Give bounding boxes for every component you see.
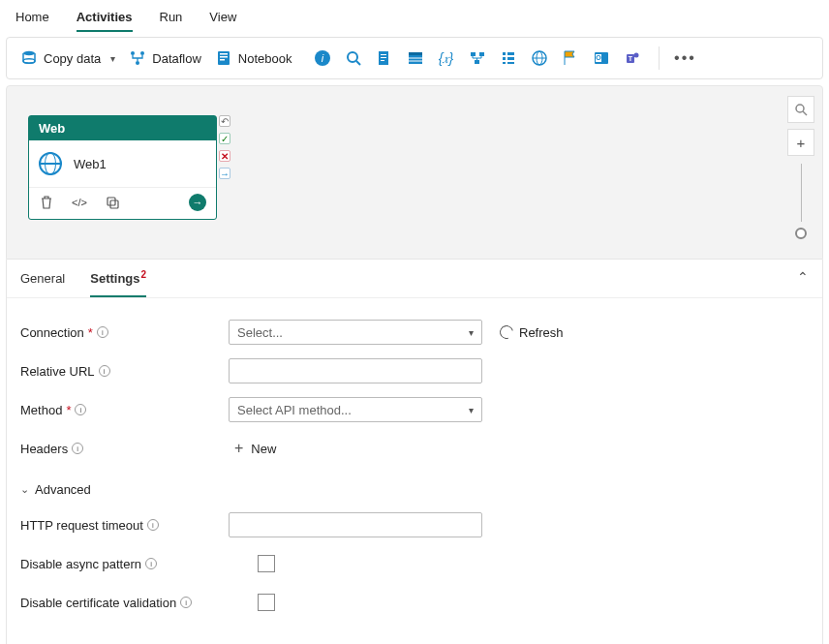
svg-rect-6 <box>220 53 228 55</box>
tab-settings[interactable]: Settings2 <box>90 269 146 297</box>
collapse-panel-icon[interactable]: ⌃ <box>797 269 809 285</box>
database-icon <box>20 49 38 67</box>
svg-point-1 <box>23 59 35 63</box>
toolbar: Copy data ▾ Dataflow Notebook i {𝑥} O <box>6 37 823 79</box>
advanced-section-toggle[interactable]: ⌄ Advanced <box>20 482 809 497</box>
svg-rect-28 <box>503 62 506 64</box>
tab-settings-badge: 2 <box>141 269 147 280</box>
zoom-in-icon[interactable]: + <box>787 129 814 156</box>
add-header-button[interactable]: + New <box>229 440 276 457</box>
activity-ports: ↶ ✓ ✕ → <box>218 115 231 179</box>
refresh-icon <box>497 323 515 342</box>
method-placeholder: Select API method... <box>237 403 352 417</box>
relative-url-label: Relative URL <box>20 364 95 379</box>
info-icon[interactable]: i <box>99 365 110 377</box>
info-icon[interactable]: i <box>72 443 83 454</box>
canvas-tools: + <box>787 96 814 239</box>
copy-data-label: Copy data <box>44 51 101 66</box>
tab-settings-label: Settings <box>90 271 139 286</box>
svg-rect-16 <box>381 60 384 61</box>
delete-icon[interactable] <box>39 195 54 210</box>
dataflow-button[interactable]: Dataflow <box>129 49 201 67</box>
tab-general[interactable]: General <box>20 271 65 295</box>
canvas-search-icon[interactable] <box>787 96 814 123</box>
svg-rect-24 <box>503 52 506 55</box>
svg-point-11 <box>348 52 357 62</box>
refresh-button[interactable]: Refresh <box>500 325 564 340</box>
script-icon[interactable] <box>376 49 393 67</box>
run-icon[interactable]: → <box>189 194 206 211</box>
svg-rect-40 <box>110 200 118 208</box>
info-icon[interactable]: i <box>145 558 157 569</box>
table-icon[interactable] <box>407 49 424 67</box>
svg-rect-18 <box>409 52 422 55</box>
svg-rect-23 <box>475 60 479 64</box>
svg-point-41 <box>796 105 804 112</box>
advanced-label: Advanced <box>35 482 91 497</box>
svg-rect-15 <box>381 57 386 58</box>
teams-icon[interactable]: T <box>624 49 641 67</box>
chevron-down-icon: ▾ <box>469 405 474 415</box>
completion-port-icon[interactable]: → <box>219 168 230 179</box>
svg-rect-14 <box>381 54 386 55</box>
menu-view[interactable]: View <box>209 6 236 32</box>
zoom-slider-knob[interactable] <box>795 228 807 239</box>
failure-port-icon[interactable]: ✕ <box>219 150 230 162</box>
disable-cert-checkbox[interactable] <box>258 594 275 611</box>
info-circle-icon[interactable]: i <box>314 49 331 67</box>
copy-data-button[interactable]: Copy data ▾ <box>20 49 115 67</box>
search-icon[interactable] <box>345 49 362 67</box>
settings-form: Connection * i Select... ▾ Refresh Relat… <box>7 298 822 644</box>
dataflow-icon <box>129 49 146 67</box>
more-icon[interactable]: ••• <box>677 49 694 67</box>
menu-home[interactable]: Home <box>15 6 49 32</box>
svg-rect-21 <box>471 52 476 56</box>
notebook-label: Notebook <box>238 51 292 66</box>
svg-point-3 <box>140 51 144 55</box>
menubar: Home Activities Run View <box>0 0 829 33</box>
svg-rect-7 <box>220 56 228 58</box>
timeout-input[interactable] <box>229 512 482 537</box>
chevron-down-icon: ⌄ <box>20 483 29 496</box>
variable-icon[interactable]: {𝑥} <box>438 49 455 67</box>
disable-async-checkbox[interactable] <box>258 555 275 572</box>
info-icon[interactable]: i <box>180 597 192 608</box>
disable-cert-label: Disable certificate validation <box>20 596 176 610</box>
svg-line-12 <box>356 61 360 65</box>
undo-port-icon[interactable]: ↶ <box>219 115 230 127</box>
notebook-button[interactable]: Notebook <box>215 49 292 67</box>
svg-text:O: O <box>596 54 601 61</box>
outlook-icon[interactable]: O <box>593 49 610 67</box>
properties-tabs: General Settings2 ⌃ <box>7 260 822 298</box>
dataflow-label: Dataflow <box>152 51 201 66</box>
info-icon[interactable]: i <box>97 326 108 338</box>
svg-rect-29 <box>507 62 514 64</box>
info-icon[interactable]: i <box>147 519 159 531</box>
method-select[interactable]: Select API method... ▾ <box>229 397 482 422</box>
svg-point-0 <box>23 51 35 55</box>
flag-icon[interactable] <box>562 49 579 67</box>
relative-url-input[interactable] <box>229 358 482 383</box>
svg-rect-25 <box>507 52 514 55</box>
code-icon[interactable]: </> <box>72 195 87 210</box>
svg-point-37 <box>633 53 638 58</box>
toolbar-separator <box>659 46 660 70</box>
list-icon[interactable] <box>500 49 517 67</box>
headers-label: Headers <box>20 442 68 456</box>
pipeline-icon[interactable] <box>469 49 486 67</box>
globe-icon[interactable] <box>531 49 548 67</box>
web-activity-card[interactable]: Web Web1 </> → <box>28 115 217 220</box>
svg-point-4 <box>136 61 139 65</box>
svg-line-42 <box>803 111 807 115</box>
chevron-down-icon: ▾ <box>469 327 474 338</box>
menu-activities[interactable]: Activities <box>77 6 133 32</box>
connection-select[interactable]: Select... ▾ <box>229 320 482 345</box>
pipeline-canvas[interactable]: Web Web1 </> → ↶ ✓ ✕ → + <box>6 85 823 260</box>
svg-rect-39 <box>107 198 115 205</box>
menu-run[interactable]: Run <box>160 6 183 32</box>
success-port-icon[interactable]: ✓ <box>219 133 230 144</box>
zoom-slider-track[interactable] <box>801 164 802 222</box>
copy-icon[interactable] <box>105 195 120 210</box>
info-icon[interactable]: i <box>75 404 86 415</box>
svg-rect-26 <box>503 57 506 60</box>
